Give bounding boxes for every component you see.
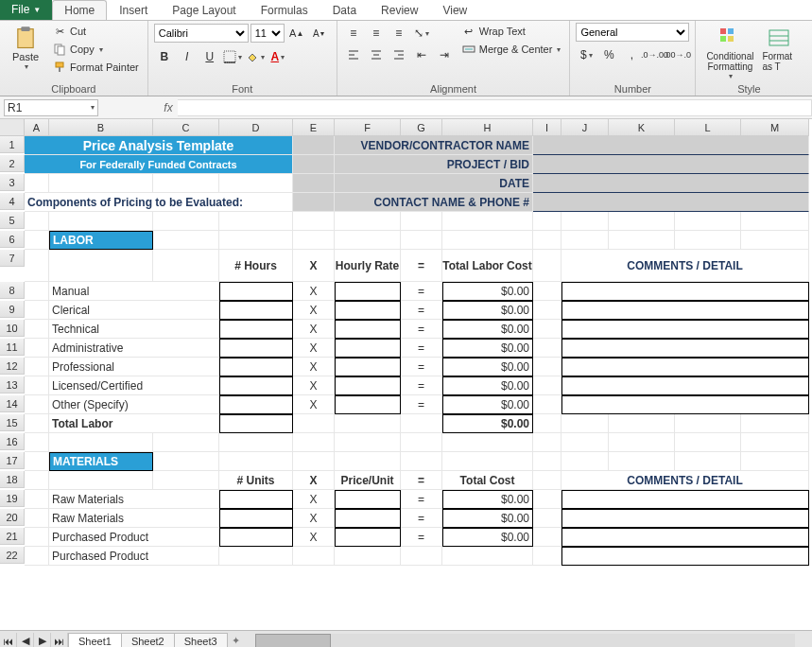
cell-L15[interactable] bbox=[675, 414, 741, 433]
cell-F18[interactable]: Price/Unit bbox=[335, 471, 401, 490]
cell-C5[interactable] bbox=[153, 212, 219, 231]
column-header-D[interactable]: D bbox=[219, 119, 293, 136]
cell-G6[interactable] bbox=[401, 231, 442, 250]
name-box[interactable]: R1▾ bbox=[4, 99, 98, 116]
cell-G8[interactable]: = bbox=[401, 282, 442, 301]
cell-F10[interactable] bbox=[335, 320, 401, 339]
cell-K6[interactable] bbox=[609, 231, 675, 250]
cell-I14[interactable] bbox=[533, 395, 561, 414]
font-color-button[interactable]: A▾ bbox=[268, 46, 288, 67]
column-header-F[interactable]: F bbox=[335, 119, 401, 136]
cell-E18[interactable]: X bbox=[293, 471, 335, 490]
cell-F11[interactable] bbox=[335, 339, 401, 358]
cell-E12[interactable]: X bbox=[293, 358, 335, 376]
row-header-22[interactable]: 22 bbox=[0, 547, 25, 564]
cell-A16[interactable] bbox=[25, 433, 49, 452]
cell-J22[interactable] bbox=[561, 547, 809, 566]
row-header-11[interactable]: 11 bbox=[0, 339, 25, 356]
cell-G22[interactable] bbox=[401, 547, 442, 566]
cell-E6[interactable] bbox=[293, 231, 335, 250]
row-header-18[interactable]: 18 bbox=[0, 471, 25, 488]
cell-J18[interactable]: COMMENTS / DETAIL bbox=[561, 471, 809, 490]
row-header-16[interactable]: 16 bbox=[0, 433, 25, 450]
cell-F9[interactable] bbox=[335, 301, 401, 320]
cell-E22[interactable] bbox=[293, 547, 335, 566]
cell-H9[interactable]: $0.00 bbox=[442, 301, 533, 320]
cell-I5[interactable] bbox=[533, 212, 561, 231]
cell-E13[interactable]: X bbox=[293, 376, 335, 395]
cell-C17[interactable] bbox=[153, 452, 219, 471]
row-header-21[interactable]: 21 bbox=[0, 528, 25, 545]
cell-I3[interactable] bbox=[533, 174, 809, 193]
align-bottom-button[interactable]: ≡ bbox=[389, 23, 409, 44]
sheet-nav-last-button[interactable]: ⏭ bbox=[51, 633, 68, 648]
cell-F14[interactable] bbox=[335, 395, 401, 414]
column-header-L[interactable]: L bbox=[675, 119, 741, 136]
increase-decimal-button[interactable]: .0→.00 bbox=[644, 44, 665, 65]
cell-A17[interactable] bbox=[25, 452, 49, 471]
cell-I12[interactable] bbox=[533, 358, 561, 376]
cell-H13[interactable]: $0.00 bbox=[442, 376, 533, 395]
align-center-button[interactable] bbox=[366, 44, 387, 65]
cut-button[interactable]: ✂Cut bbox=[49, 23, 142, 40]
cell-B19[interactable]: Raw Materials bbox=[49, 490, 219, 509]
cell-A19[interactable] bbox=[25, 490, 49, 509]
cell-D15[interactable] bbox=[219, 414, 293, 433]
column-header-A[interactable]: A bbox=[25, 119, 49, 136]
row-header-8[interactable]: 8 bbox=[0, 282, 25, 299]
paste-button[interactable]: Paste▾ bbox=[6, 23, 45, 71]
cell-M5[interactable] bbox=[741, 212, 809, 231]
cell-H12[interactable]: $0.00 bbox=[442, 358, 533, 376]
cell-H21[interactable]: $0.00 bbox=[442, 528, 533, 547]
cell-G12[interactable]: = bbox=[401, 358, 442, 376]
row-header-17[interactable]: 17 bbox=[0, 452, 25, 469]
cell-F15[interactable] bbox=[335, 414, 401, 433]
cell-I1[interactable] bbox=[533, 136, 809, 155]
row-header-4[interactable]: 4 bbox=[0, 193, 25, 210]
orientation-button[interactable]: ⤡▾ bbox=[411, 23, 432, 44]
cell-H22[interactable] bbox=[442, 547, 533, 566]
cell-B15[interactable]: Total Labor bbox=[49, 414, 219, 433]
cell-I10[interactable] bbox=[533, 320, 561, 339]
tab-formulas[interactable]: Formulas bbox=[249, 0, 320, 20]
cell-F3[interactable]: DATE bbox=[335, 174, 533, 193]
cell-A21[interactable] bbox=[25, 528, 49, 547]
scroll-thumb[interactable] bbox=[255, 634, 331, 648]
decrease-decimal-button[interactable]: .00→.0 bbox=[666, 44, 687, 65]
cell-A9[interactable] bbox=[25, 301, 49, 320]
cell-F6[interactable] bbox=[335, 231, 401, 250]
row-header-13[interactable]: 13 bbox=[0, 376, 25, 393]
column-header-G[interactable]: G bbox=[401, 119, 442, 136]
cell-D14[interactable] bbox=[219, 395, 293, 414]
cell-I11[interactable] bbox=[533, 339, 561, 358]
column-header-B[interactable]: B bbox=[49, 119, 153, 136]
cell-B18[interactable] bbox=[49, 471, 153, 490]
cell-B16[interactable] bbox=[49, 433, 153, 452]
cell-A6[interactable] bbox=[25, 231, 49, 250]
cell-K15[interactable] bbox=[609, 414, 675, 433]
increase-indent-button[interactable]: ⇥ bbox=[434, 44, 455, 65]
cell-E16[interactable] bbox=[293, 433, 335, 452]
merge-center-button[interactable]: Merge & Center▾ bbox=[458, 41, 564, 58]
row-header-15[interactable]: 15 bbox=[0, 414, 25, 431]
cell-B13[interactable]: Licensed/Certified bbox=[49, 376, 219, 395]
cell-H18[interactable]: Total Cost bbox=[442, 471, 533, 490]
row-header-12[interactable]: 12 bbox=[0, 358, 25, 375]
cell-D22[interactable] bbox=[219, 547, 293, 566]
cell-M6[interactable] bbox=[741, 231, 809, 250]
cell-H5[interactable] bbox=[442, 212, 533, 231]
cell-J15[interactable] bbox=[561, 414, 609, 433]
cell-J16[interactable] bbox=[561, 433, 609, 452]
cell-J9[interactable] bbox=[561, 301, 809, 320]
cell-J12[interactable] bbox=[561, 358, 809, 376]
cell-I2[interactable] bbox=[533, 155, 809, 174]
align-top-button[interactable]: ≡ bbox=[343, 23, 364, 44]
cell-D10[interactable] bbox=[219, 320, 293, 339]
cell-H16[interactable] bbox=[442, 433, 533, 452]
comma-format-button[interactable]: , bbox=[621, 44, 642, 65]
cell-A11[interactable] bbox=[25, 339, 49, 358]
cell-I17[interactable] bbox=[533, 452, 561, 471]
column-header-J[interactable]: J bbox=[561, 119, 609, 136]
cell-B3[interactable] bbox=[49, 174, 153, 193]
cell-A2[interactable]: For Federally Funded Contracts bbox=[25, 155, 293, 174]
